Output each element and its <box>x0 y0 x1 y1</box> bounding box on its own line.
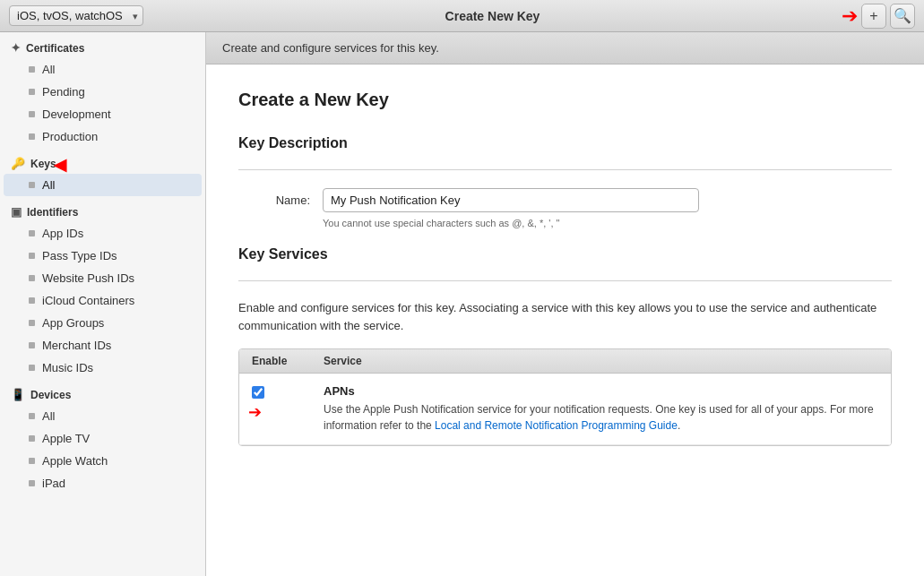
sidebar-item-label: Apple TV <box>42 432 90 445</box>
content-inner: Create a New Key Key Description Name: Y… <box>206 64 924 471</box>
sidebar-item-all-devices[interactable]: All <box>4 405 202 427</box>
create-key-title: Create a New Key <box>238 90 892 110</box>
dot-icon <box>29 230 35 236</box>
add-icon: + <box>869 8 877 24</box>
sidebar-item-ipad[interactable]: iPad <box>4 472 202 494</box>
sidebar-item-pass-type-ids[interactable]: Pass Type IDs <box>4 245 202 267</box>
top-bar: iOS, tvOS, watchOS Create New Key ➔ + 🔍 <box>0 0 924 32</box>
keys-label: Keys <box>30 158 56 170</box>
platform-select[interactable]: iOS, tvOS, watchOS <box>9 5 143 26</box>
identifiers-section[interactable]: ▣ Identifiers <box>0 196 205 222</box>
apns-service-cell: APNs Use the Apple Push Notification ser… <box>324 384 878 434</box>
dot-icon <box>29 413 35 419</box>
dot-icon <box>29 111 35 117</box>
sidebar-item-label: Merchant IDs <box>42 339 111 352</box>
key-services-description: Enable and configure services for this k… <box>238 299 892 334</box>
keys-section[interactable]: 🔑 Keys ◀ <box>0 148 205 174</box>
services-table-header: Enable Service <box>239 349 891 374</box>
sidebar-item-label: Development <box>42 107 111 121</box>
dot-icon <box>29 480 35 486</box>
top-bar-left: iOS, tvOS, watchOS <box>9 5 143 26</box>
sidebar-item-label: All <box>42 178 55 192</box>
search-icon: 🔍 <box>894 7 911 24</box>
devices-label: Devices <box>30 389 71 401</box>
dot-icon <box>29 89 35 95</box>
sidebar: ✦ Certificates All Pending Development P… <box>0 32 206 576</box>
dot-icon <box>29 275 35 281</box>
sidebar-item-merchant-ids[interactable]: Merchant IDs <box>4 334 202 357</box>
sidebar-item-app-groups[interactable]: App Groups <box>4 312 202 334</box>
add-arrow-annotation: ➔ <box>842 4 858 28</box>
sidebar-item-all-keys[interactable]: All <box>4 174 202 196</box>
certificates-label: Certificates <box>26 42 84 55</box>
sidebar-item-label: App IDs <box>42 227 83 240</box>
sidebar-item-label: App Groups <box>42 316 104 330</box>
name-label: Name: <box>238 193 310 207</box>
sidebar-item-development[interactable]: Development <box>4 103 202 125</box>
sidebar-item-apple-tv[interactable]: Apple TV <box>4 427 202 450</box>
dot-icon <box>29 182 35 188</box>
sidebar-item-label: iPad <box>42 477 65 490</box>
apns-service-desc: Use the Apple Push Notification service … <box>324 401 878 434</box>
dot-icon <box>29 133 35 140</box>
dot-icon <box>29 66 35 73</box>
apns-desc-period: . <box>678 419 680 432</box>
apns-arrow-annotation: ➔ <box>248 402 262 422</box>
add-button[interactable]: + <box>861 4 886 29</box>
sidebar-item-website-push-ids[interactable]: Website Push IDs <box>4 267 202 289</box>
apns-checkbox-wrapper[interactable] <box>252 386 264 399</box>
sidebar-item-label: Website Push IDs <box>42 271 134 285</box>
key-services-section-label: Key Services <box>238 246 892 262</box>
certificate-icon: ✦ <box>11 41 21 55</box>
key-icon: 🔑 <box>11 157 25 170</box>
sidebar-item-app-ids[interactable]: App IDs <box>4 222 202 245</box>
apns-service-name: APNs <box>324 384 878 398</box>
dot-icon <box>29 297 35 304</box>
content-banner: Create and configure services for this k… <box>206 32 924 64</box>
apns-guide-link[interactable]: Local and Remote Notification Programmin… <box>435 419 678 432</box>
sidebar-item-label: iCloud Containers <box>42 294 134 307</box>
col-service-header: Service <box>324 355 878 367</box>
divider-2 <box>238 280 892 281</box>
divider-1 <box>238 169 892 170</box>
top-bar-right: ➔ + 🔍 <box>842 4 915 29</box>
devices-icon: 📱 <box>11 388 25 401</box>
dot-icon <box>29 253 35 259</box>
content-area: Create and configure services for this k… <box>206 32 924 576</box>
sidebar-item-label: Music IDs <box>42 361 93 374</box>
devices-section[interactable]: 📱 Devices <box>0 379 205 405</box>
dot-icon <box>29 435 35 442</box>
sidebar-item-music-ids[interactable]: Music IDs <box>4 357 202 379</box>
identifiers-label: Identifiers <box>27 206 78 219</box>
page-title-header: Create New Key <box>143 9 842 23</box>
sidebar-item-label: Pass Type IDs <box>42 249 117 262</box>
sidebar-item-apple-watch[interactable]: Apple Watch <box>4 450 202 472</box>
name-hint: You cannot use special characters such a… <box>323 218 892 228</box>
dot-icon <box>29 458 35 464</box>
dot-icon <box>29 320 35 326</box>
identifiers-icon: ▣ <box>11 205 22 219</box>
sidebar-item-label: All <box>42 63 55 76</box>
dot-icon <box>29 342 35 348</box>
apns-enable-cell: ➔ <box>252 384 324 422</box>
dot-icon <box>29 365 35 371</box>
table-row: ➔ APNs Use the Apple Push Notification s… <box>239 374 891 445</box>
col-enable-header: Enable <box>252 355 324 367</box>
platform-select-wrapper[interactable]: iOS, tvOS, watchOS <box>9 5 143 26</box>
key-name-input[interactable] <box>323 188 699 212</box>
search-button[interactable]: 🔍 <box>890 4 915 29</box>
sidebar-item-production[interactable]: Production <box>4 125 202 148</box>
sidebar-item-all-certs[interactable]: All <box>4 58 202 81</box>
sidebar-item-label: All <box>42 409 55 423</box>
sidebar-item-label: Pending <box>42 85 85 99</box>
sidebar-item-label: Apple Watch <box>42 454 108 468</box>
apns-checkbox[interactable] <box>252 386 264 399</box>
sidebar-item-icloud-containers[interactable]: iCloud Containers <box>4 289 202 312</box>
main-layout: ✦ Certificates All Pending Development P… <box>0 32 924 576</box>
services-table: Enable Service ➔ APNs Us <box>238 348 892 446</box>
key-description-section-label: Key Description <box>238 135 892 151</box>
sidebar-item-pending[interactable]: Pending <box>4 81 202 103</box>
sidebar-item-label: Production <box>42 130 98 143</box>
name-form-row: Name: <box>238 188 892 212</box>
certificates-section[interactable]: ✦ Certificates <box>0 32 205 58</box>
